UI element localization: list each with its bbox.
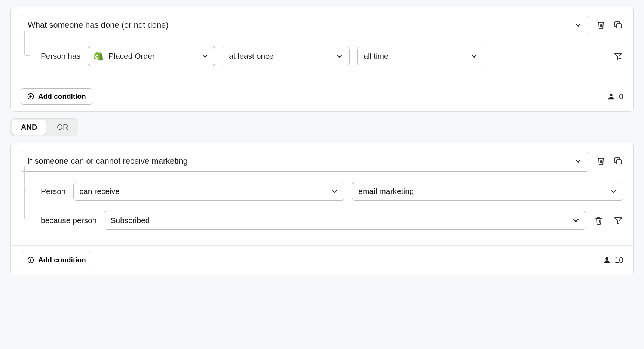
reason-select[interactable]: Subscribed xyxy=(104,211,586,230)
member-count: 0 xyxy=(607,92,623,101)
member-count: 10 xyxy=(603,256,623,265)
frequency-select[interactable]: at least once xyxy=(223,47,350,65)
row-prefix-label: Person xyxy=(41,187,66,196)
timeframe-label: all time xyxy=(364,52,389,61)
add-condition-button[interactable]: Add condition xyxy=(21,252,92,268)
delete-row-button[interactable] xyxy=(594,215,604,226)
trash-icon xyxy=(594,216,603,225)
consent-verb-select[interactable]: can receive xyxy=(73,182,345,201)
person-icon xyxy=(607,92,615,101)
chevron-down-icon xyxy=(201,52,209,60)
chevron-down-icon xyxy=(574,21,582,29)
reason-label: Subscribed xyxy=(110,216,150,225)
metric-select[interactable]: Placed Order xyxy=(88,46,215,66)
condition-type-label: What someone has done (or not done) xyxy=(28,20,169,30)
add-condition-button[interactable]: Add condition xyxy=(21,88,92,105)
condition-row: Person can receive email marketing xyxy=(24,172,623,211)
add-condition-label: Add condition xyxy=(38,256,86,264)
frequency-label: at least once xyxy=(229,52,273,61)
add-filter-button[interactable] xyxy=(613,51,623,61)
add-filter-button[interactable] xyxy=(613,215,623,226)
condition-type-select[interactable]: If someone can or cannot receive marketi… xyxy=(21,151,589,172)
shopify-icon xyxy=(94,51,103,61)
chevron-down-icon xyxy=(574,157,582,165)
logic-and-label: AND xyxy=(21,123,37,131)
condition-block-2: If someone can or cannot receive marketi… xyxy=(10,143,634,275)
trash-icon xyxy=(597,157,605,166)
chevron-down-icon xyxy=(331,188,338,195)
chevron-down-icon xyxy=(336,52,343,60)
condition-type-label: If someone can or cannot receive marketi… xyxy=(28,156,188,166)
logic-or-button[interactable]: OR xyxy=(47,119,78,136)
logic-and-button[interactable]: AND xyxy=(12,120,46,135)
plus-circle-icon xyxy=(27,256,34,264)
channel-label: email marketing xyxy=(358,187,414,196)
duplicate-block-button[interactable] xyxy=(613,156,623,166)
row-prefix-label: Person has xyxy=(41,52,80,61)
person-icon xyxy=(603,256,611,264)
member-count-value: 10 xyxy=(615,256,623,265)
chevron-down-icon xyxy=(610,188,617,195)
condition-row: Person has Placed Order at least once al… xyxy=(24,35,623,77)
copy-icon xyxy=(614,157,623,166)
filter-plus-icon xyxy=(614,216,623,225)
plus-circle-icon xyxy=(27,93,34,100)
chevron-down-icon xyxy=(572,217,580,224)
duplicate-block-button[interactable] xyxy=(613,20,623,30)
add-condition-label: Add condition xyxy=(38,92,86,101)
consent-verb-label: can receive xyxy=(80,187,120,196)
trash-icon xyxy=(597,21,605,30)
condition-block-1: What someone has done (or not done) Pers… xyxy=(10,7,634,112)
channel-select[interactable]: email marketing xyxy=(352,182,623,201)
condition-row: because person Subscribed xyxy=(24,211,623,240)
member-count-value: 0 xyxy=(619,92,623,101)
delete-block-button[interactable] xyxy=(596,20,606,30)
delete-block-button[interactable] xyxy=(596,156,606,166)
metric-label: Placed Order xyxy=(108,52,155,61)
copy-icon xyxy=(614,21,623,30)
filter-plus-icon xyxy=(614,52,623,61)
logic-or-label: OR xyxy=(57,123,68,131)
row-prefix-label: because person xyxy=(41,216,96,225)
timeframe-select[interactable]: all time xyxy=(357,47,484,65)
condition-type-select[interactable]: What someone has done (or not done) xyxy=(21,15,589,35)
logic-toggle: AND OR xyxy=(10,118,78,136)
chevron-down-icon xyxy=(470,52,478,60)
